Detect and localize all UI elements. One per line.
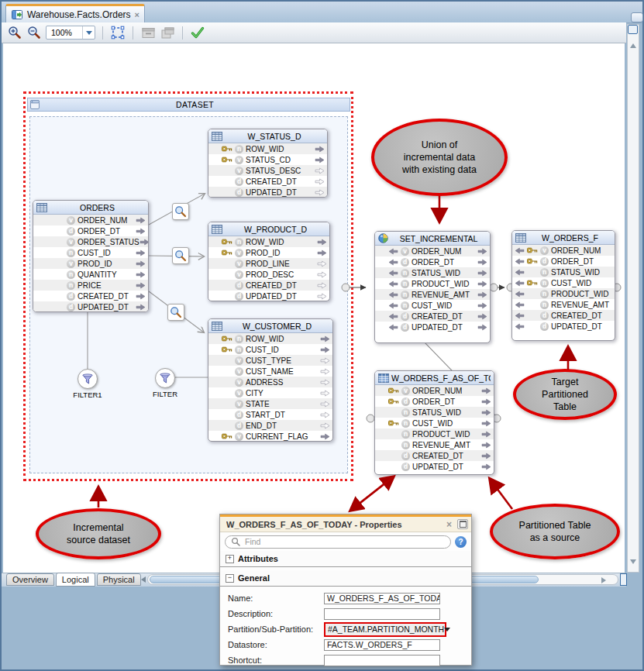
field-row-product_wid[interactable]: nPRODUCT_WID — [375, 278, 490, 289]
field-row-cust_wid[interactable]: nCUST_WID — [375, 300, 490, 311]
field-row-created_dt[interactable]: dCREATED_DT — [512, 310, 615, 321]
scroll-right-icon[interactable] — [601, 577, 609, 583]
field-row-end_dt[interactable]: dEND_DT — [208, 420, 332, 431]
collapse-minus-icon[interactable]: − — [226, 574, 234, 583]
field-row-prod_id[interactable]: vPROD_ID — [33, 258, 148, 269]
properties-dialog[interactable]: W_ORDERS_F_AS_OF_TODAY - Properties × ? … — [219, 514, 472, 666]
field-row-start_dt[interactable]: dSTART_DT — [208, 409, 332, 420]
filter-filter[interactable]: FILTER — [142, 368, 188, 398]
scrollbar-corner-button-2[interactable] — [620, 573, 627, 586]
field-row-cust_id[interactable]: nCUST_ID — [33, 247, 148, 258]
field-row-price[interactable]: nPRICE — [33, 280, 148, 291]
field-row-row_wid[interactable]: nROW_WID — [208, 143, 327, 154]
datastore-w_customer_d[interactable]: W_CUSTOMER_DnROW_WIDnCUST_IDvCUST_TYPEvC… — [208, 318, 333, 442]
field-row-order_status[interactable]: vORDER_STATUS — [33, 236, 148, 247]
table-header[interactable]: W_PRODUCT_D — [208, 222, 329, 236]
field-row-product_wid[interactable]: nPRODUCT_WID — [375, 428, 494, 439]
section-attributes[interactable]: + Attributes — [220, 551, 471, 567]
zoom-out-icon[interactable] — [26, 25, 42, 40]
lookup-join-1[interactable] — [172, 203, 189, 220]
field-row-updated_dt[interactable]: dUPDATED_DT — [375, 322, 490, 332]
dialog-restore-icon[interactable] — [457, 519, 468, 529]
field-row-order_num[interactable]: vORDER_NUM — [512, 245, 615, 256]
field-row-updated_dt[interactable]: dUPDATED_DT — [512, 321, 615, 332]
field-row-cust_name[interactable]: vCUST_NAME — [208, 366, 332, 377]
field-row-revenue_amt[interactable]: nREVENUE_AMT — [375, 289, 490, 300]
datastore-w_status_d[interactable]: W_STATUS_DnROW_WIDvSTATUS_CDvSTATUS_DESC… — [208, 129, 328, 198]
field-row-order_dt[interactable]: dORDER_DT — [33, 225, 148, 236]
field-row-product_wid[interactable]: nPRODUCT_WID — [512, 288, 615, 299]
datastore-set_incremental[interactable]: SET_INCREMENTALvORDER_NUMdORDER_DTnSTATU… — [374, 231, 491, 343]
scrollbar-corner-button[interactable] — [628, 25, 638, 34]
datastore-w_orders_f[interactable]: W_ORDERS_FvORDER_NUMdORDER_DTnSTATUS_WID… — [511, 230, 615, 341]
field-row-row_wid[interactable]: nROW_WID — [208, 333, 332, 344]
field-row-updated_dt[interactable]: dUPDATED_DT — [375, 461, 494, 472]
field-row-prod_desc[interactable]: vPROD_DESC — [208, 269, 329, 280]
property-input[interactable] — [324, 655, 440, 666]
vertical-scrollbar[interactable] — [627, 24, 639, 573]
dataset-header[interactable]: DATASET — [27, 98, 350, 112]
field-row-status_cd[interactable]: vSTATUS_CD — [208, 154, 327, 165]
field-row-order_num[interactable]: vORDER_NUM — [375, 385, 494, 396]
help-icon[interactable]: ? — [455, 536, 467, 548]
property-input[interactable]: FACTS.W_ORDERS_F — [324, 639, 440, 651]
field-row-status_wid[interactable]: nSTATUS_WID — [375, 267, 490, 278]
field-row-order_dt[interactable]: dORDER_DT — [375, 256, 490, 267]
find-box[interactable] — [225, 535, 451, 549]
chevron-down-icon[interactable] — [82, 26, 95, 39]
filter-filter1[interactable]: FILTER1 — [64, 369, 111, 399]
datastore-w_product_d[interactable]: W_PRODUCT_DnROW_WIDvPROD_IDvPROD_LINEvPR… — [208, 222, 330, 301]
field-row-cust_wid[interactable]: nCUST_WID — [375, 418, 494, 428]
validate-check-icon[interactable] — [190, 25, 205, 40]
field-row-row_wid[interactable]: nROW_WID — [208, 236, 329, 247]
tab-scroll-left-icon[interactable] — [138, 576, 146, 583]
datastore-orders[interactable]: ORDERSvORDER_NUMdORDER_DTvORDER_STATUSnC… — [33, 200, 149, 312]
table-header[interactable]: SET_INCREMENTAL — [375, 232, 490, 246]
field-row-prod_id[interactable]: vPROD_ID — [208, 247, 329, 258]
field-row-prod_line[interactable]: vPROD_LINE — [208, 258, 329, 269]
dialog-title-bar[interactable]: W_ORDERS_F_AS_OF_TODAY - Properties × — [220, 517, 471, 532]
zoom-level-combo[interactable]: 100% — [46, 26, 95, 40]
field-row-created_dt[interactable]: dCREATED_DT — [208, 176, 327, 187]
field-row-order_dt[interactable]: dORDER_DT — [375, 396, 494, 407]
view-tab-physical[interactable]: Physical — [97, 573, 141, 586]
lookup-join-3[interactable] — [167, 304, 184, 321]
field-row-updated_dt[interactable]: dUPDATED_DT — [208, 187, 327, 198]
field-row-created_dt[interactable]: dCREATED_DT — [33, 291, 148, 301]
select-marquee-icon[interactable] — [110, 25, 126, 40]
table-header[interactable]: W_ORDERS_F — [512, 231, 615, 245]
table-header[interactable]: ORDERS — [33, 201, 148, 215]
expand-plus-icon[interactable]: + — [226, 555, 234, 563]
field-row-current_flag[interactable]: vCURRENT_FLAG — [208, 431, 332, 442]
field-row-cust_wid[interactable]: nCUST_WID — [512, 277, 615, 288]
field-row-updated_dt[interactable]: dUPDATED_DT — [33, 301, 148, 312]
table-header[interactable]: W_CUSTOMER_D — [208, 319, 332, 333]
tab-close-icon[interactable]: × — [135, 10, 139, 19]
datastore-w_orders_f_as_of_today[interactable]: W_ORDERS_F_AS_OF_TODAYvORDER_NUMdORDER_D… — [374, 370, 494, 475]
field-row-order_num[interactable]: vORDER_NUM — [33, 215, 148, 225]
field-row-updated_dt[interactable]: dUPDATED_DT — [208, 291, 329, 301]
tab-warehouse-facts-orders[interactable]: Warehouse.Facts.Orders × — [5, 4, 145, 22]
field-row-cust_id[interactable]: nCUST_ID — [208, 344, 332, 355]
field-row-order_dt[interactable]: dORDER_DT — [512, 256, 615, 267]
view-tab-logical[interactable]: Logical — [56, 573, 95, 587]
scroll-down-icon[interactable] — [630, 559, 636, 567]
scroll-up-icon[interactable] — [630, 40, 636, 48]
field-row-status_desc[interactable]: vSTATUS_DESC — [208, 165, 327, 176]
partition-dropdown[interactable]: #A_TEAM.PARTITION_MONTH — [324, 622, 446, 637]
field-row-revenue_amt[interactable]: nREVENUE_AMT — [512, 299, 615, 310]
view-tab-overview[interactable]: Overview — [6, 573, 54, 586]
field-row-state[interactable]: vSTATE — [208, 398, 332, 409]
find-input[interactable] — [243, 536, 445, 547]
field-row-address[interactable]: vADDRESS — [208, 377, 332, 387]
field-row-order_num[interactable]: vORDER_NUM — [375, 246, 490, 256]
field-row-revenue_amt[interactable]: nREVENUE_AMT — [375, 439, 494, 450]
field-row-status_wid[interactable]: nSTATUS_WID — [375, 407, 494, 418]
tab-list-button[interactable] — [631, 12, 643, 22]
field-row-status_wid[interactable]: nSTATUS_WID — [512, 267, 615, 277]
table-header[interactable]: W_STATUS_D — [208, 129, 327, 143]
field-row-city[interactable]: vCITY — [208, 387, 332, 398]
property-input[interactable] — [324, 608, 440, 620]
field-row-quantity[interactable]: nQUANTITY — [33, 269, 148, 280]
section-general[interactable]: − General — [220, 570, 471, 587]
